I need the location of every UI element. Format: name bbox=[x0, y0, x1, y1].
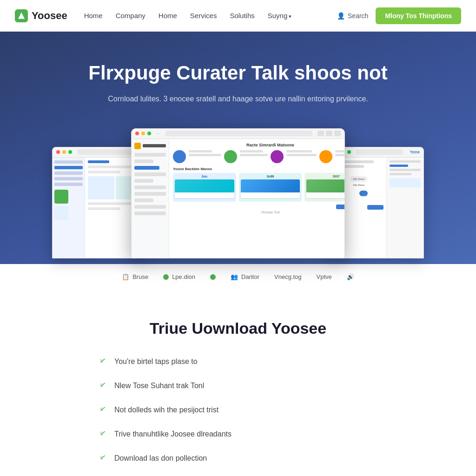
nav-link-solutions[interactable]: Solutihs bbox=[230, 12, 254, 20]
win-dot-green-main bbox=[147, 132, 151, 135]
app-main-content: Racte Simrardi Matoone bbox=[169, 139, 345, 258]
kanban-col-3: 3997 bbox=[304, 173, 345, 202]
feature-item-2: 🗸 Nlew Tose Suhant trak Tonl bbox=[99, 380, 377, 391]
progress-dot-active bbox=[163, 274, 169, 280]
cta-button[interactable]: Mlony Tos Thinptions bbox=[376, 7, 461, 24]
feature-item-5: 🗸 Download las don pollection bbox=[99, 453, 377, 464]
win-address-bar-main bbox=[165, 131, 312, 136]
kanban-board: 3nn 3n99 3997 bbox=[173, 173, 345, 202]
search-button[interactable]: 👤 Search bbox=[337, 12, 368, 20]
progress-item-dot bbox=[210, 274, 216, 280]
logo[interactable]: Yoosee bbox=[15, 9, 67, 22]
progress-bar: 📋 Bruse Lpe.dion 👥 Daritor Vnecg.tog Vpt… bbox=[0, 264, 476, 290]
logo-text: Yoosee bbox=[32, 10, 67, 22]
progress-icon-1: 📋 bbox=[122, 273, 129, 280]
search-label: Search bbox=[348, 12, 368, 20]
win-address-bar bbox=[77, 149, 138, 155]
win-dot-red-main bbox=[135, 132, 139, 135]
avatar-orange bbox=[319, 150, 332, 163]
feature-text-1: You're birtel taps plase to bbox=[114, 356, 198, 367]
progress-label-4: Vnecg.tog bbox=[274, 273, 302, 280]
win-dot-red bbox=[56, 150, 60, 154]
hero-subtitle: Cornload lulites. 3 enocee sratell and h… bbox=[103, 93, 373, 105]
feature-item-3: 🗸 Not dolleds wih the pesijoct trist bbox=[99, 404, 377, 416]
kanban-col-1: 3nn bbox=[173, 173, 236, 202]
feature-text-5: Download las don pollection bbox=[114, 453, 207, 464]
small-sidebar bbox=[53, 158, 85, 258]
features-section: Triue Uownload Yoosee 🗸 You're birtel ta… bbox=[0, 290, 476, 476]
app-sidebar-main bbox=[132, 139, 169, 258]
win-chrome-right: Yone bbox=[331, 147, 423, 158]
check-icon-5: 🗸 bbox=[99, 453, 107, 463]
nav-link-home2[interactable]: Home bbox=[159, 12, 177, 20]
avatar-green bbox=[224, 150, 237, 163]
progress-dot-green bbox=[210, 274, 216, 280]
screenshot-main: ← bbox=[131, 128, 345, 258]
nav-link-suyng[interactable]: Suyng bbox=[268, 12, 292, 20]
feature-text-4: Trive thanuhtlike Joosee dlreadants bbox=[114, 429, 231, 440]
hero-title: Flrxpuge Curater Talk shoos not bbox=[15, 61, 461, 85]
avatar-purple bbox=[271, 150, 284, 163]
win-dot-green-right bbox=[347, 150, 351, 154]
progress-item-vptve[interactable]: Vptve bbox=[317, 273, 332, 280]
progress-item-speaker[interactable]: 🔊 bbox=[347, 273, 354, 280]
search-icon: 👤 bbox=[337, 12, 345, 20]
features-title: Triue Uownload Yoosee bbox=[37, 319, 439, 337]
win-dot-yellow-main bbox=[141, 132, 145, 135]
check-icon-2: 🗸 bbox=[99, 380, 107, 390]
win-dot-yellow bbox=[62, 150, 66, 154]
app-header-avatars bbox=[173, 150, 345, 163]
progress-item-daritor[interactable]: 👥 Daritor bbox=[231, 273, 259, 280]
feature-item-1: 🗸 You're birtel taps plase to bbox=[99, 356, 377, 367]
screenshot-right: Yone Dte Nnos Die Nens ... bbox=[331, 147, 424, 258]
check-icon-3: 🗸 bbox=[99, 404, 107, 414]
avatar-blue bbox=[173, 150, 186, 163]
feature-text-3: Not dolleds wih the pesijoct trist bbox=[114, 404, 218, 416]
nav-link-home[interactable]: Home bbox=[84, 12, 103, 20]
right-mini-panel bbox=[386, 158, 423, 258]
win-dot-green bbox=[68, 150, 72, 154]
progress-item-bruse[interactable]: 📋 Bruse bbox=[122, 273, 148, 280]
app-content-main: Racte Simrardi Matoone bbox=[132, 139, 344, 258]
navbar-right: 👤 Search Mlony Tos Thinptions bbox=[337, 7, 461, 24]
progress-item-vnecg[interactable]: Vnecg.tog bbox=[274, 273, 302, 280]
right-app-content: Dte Nnos Die Nens ... bbox=[331, 158, 423, 258]
navbar: Yoosee Home Company Home Services Soluti… bbox=[0, 0, 476, 32]
feature-text-2: Nlew Tose Suhant trak Tonl bbox=[114, 380, 204, 391]
progress-icon-3: 👥 bbox=[231, 273, 238, 280]
check-icon-4: 🗸 bbox=[99, 429, 107, 438]
progress-label-2: Lpe.dion bbox=[172, 273, 195, 280]
progress-label-3: Daritor bbox=[241, 273, 259, 280]
progress-label-1: Bruse bbox=[132, 273, 148, 280]
navbar-left: Yoosee Home Company Home Services Soluti… bbox=[15, 9, 291, 22]
feature-item-4: 🗸 Trive thanuhtlike Joosee dlreadants bbox=[99, 429, 377, 440]
logo-icon bbox=[15, 9, 28, 22]
kanban-col-2: 3n99 bbox=[239, 173, 302, 202]
speaker-icon: 🔊 bbox=[347, 273, 354, 280]
progress-label-5: Vptve bbox=[317, 273, 332, 280]
progress-item-lpe[interactable]: Lpe.dion bbox=[163, 273, 195, 280]
hero-section: Flrxpuge Curater Talk shoos not Cornload… bbox=[0, 32, 476, 264]
nav-link-services[interactable]: Services bbox=[190, 12, 217, 20]
features-list: 🗸 You're birtel taps plase to 🗸 Nlew Tos… bbox=[99, 356, 377, 464]
nav-links: Home Company Home Services Solutihs Suyn… bbox=[84, 12, 292, 20]
win-address-bar-right bbox=[356, 149, 403, 155]
nav-link-company[interactable]: Company bbox=[116, 12, 145, 20]
win-chrome-main: ← bbox=[132, 129, 344, 139]
hero-screenshots: ← bbox=[15, 124, 461, 258]
check-icon-1: 🗸 bbox=[99, 356, 107, 366]
